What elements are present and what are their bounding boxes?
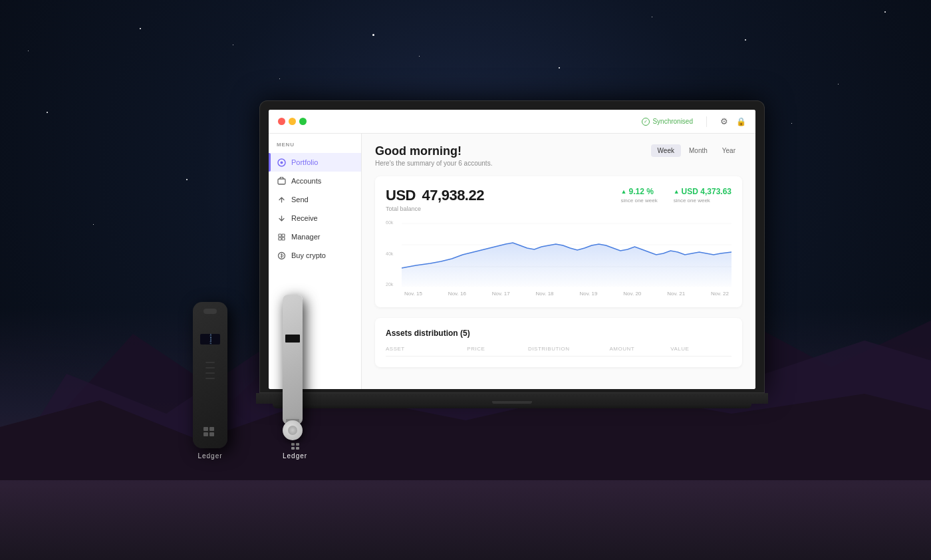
titlebar-right: ✓ Synchronised ⚙ 🔒 — [642, 116, 746, 127]
balance-value: 47,938.22 — [422, 187, 484, 204]
titlebar: ✓ Synchronised ⚙ 🔒 — [269, 110, 755, 134]
stat-percent-value: ▲ 9.12 % — [621, 187, 654, 196]
y-label-60k: 60k — [386, 220, 393, 225]
lock-icon[interactable]: 🔒 — [736, 117, 746, 126]
send-icon — [277, 195, 286, 204]
greeting-sub: Here's the summary of your 6 accounts. — [375, 160, 492, 167]
sidebar-item-portfolio[interactable]: Portfolio — [269, 153, 361, 172]
laptop-base — [256, 393, 768, 404]
traffic-light-yellow[interactable] — [289, 118, 296, 125]
stat-usd-value: ▲ USD 4,373.63 — [674, 187, 732, 196]
manager-label: Manager — [291, 233, 320, 241]
portfolio-label: Portfolio — [291, 158, 318, 166]
sidebar-item-accounts[interactable]: Accounts — [269, 172, 361, 190]
arrow-up-icon: ▲ — [621, 188, 627, 195]
receive-icon — [277, 213, 286, 223]
x-label-4: Nov. 19 — [579, 291, 597, 297]
svg-rect-9 — [282, 237, 285, 240]
col-value: Value — [670, 346, 732, 352]
device-nano-x-label: Ledger — [193, 452, 227, 460]
laptop-bottom — [273, 404, 751, 408]
receive-label: Receive — [291, 214, 318, 222]
col-asset: Asset — [386, 346, 467, 352]
settings-icon[interactable]: ⚙ — [720, 116, 728, 126]
menu-label: MENU — [269, 142, 361, 153]
svg-rect-7 — [282, 234, 285, 237]
y-axis-labels: 60k 40k 20k — [386, 220, 393, 287]
sidebar-item-manager[interactable]: Manager — [269, 227, 361, 246]
col-price: Price — [467, 346, 528, 352]
assets-title: Assets distribution (5) — [386, 329, 732, 338]
traffic-light-red[interactable] — [278, 118, 285, 125]
time-filter-year[interactable]: Year — [716, 144, 742, 157]
balance-stat-usd: ▲ USD 4,373.63 since one week — [674, 187, 732, 204]
x-label-0: Nov. 15 — [404, 291, 422, 297]
laptop: ✓ Synchronised ⚙ 🔒 — [259, 100, 765, 480]
x-label-3: Nov. 18 — [536, 291, 554, 297]
col-distribution: Distribution — [528, 346, 609, 352]
chart-card: USD 47,938.22 Total balance ▲ — [375, 176, 742, 307]
assets-table-header: Asset Price Distribution Amount Value — [386, 346, 732, 356]
y-label-40k: 40k — [386, 251, 393, 256]
main-content: Good morning! Here's the summary of your… — [362, 134, 755, 389]
svg-rect-8 — [279, 237, 281, 240]
traffic-lights — [278, 118, 307, 125]
send-label: Send — [291, 196, 309, 204]
manager-icon — [277, 232, 286, 241]
sync-status: ✓ Synchronised — [642, 118, 693, 126]
x-label-7: Nov. 22 — [711, 291, 729, 297]
device-nano-s: Ledger — [283, 295, 307, 460]
x-label-5: Nov. 20 — [623, 291, 641, 297]
time-filter-week[interactable]: Week — [651, 144, 681, 157]
sidebar-item-send[interactable]: Send — [269, 190, 361, 209]
accounts-label: Accounts — [291, 177, 321, 185]
buy-crypto-label: Buy crypto — [291, 251, 326, 259]
portfolio-icon — [277, 158, 286, 167]
stat-percent-label: since one week — [621, 198, 658, 204]
svg-rect-5 — [278, 179, 285, 184]
time-filter-month[interactable]: Month — [682, 144, 714, 157]
stat-usd-label: since one week — [674, 198, 710, 204]
sync-icon: ✓ — [642, 118, 650, 126]
buy-crypto-icon — [277, 251, 286, 260]
greeting-section: Good morning! Here's the summary of your… — [375, 144, 742, 167]
greeting-title: Good morning! — [375, 144, 492, 158]
svg-rect-6 — [279, 234, 281, 237]
accounts-icon — [277, 176, 286, 186]
chart-x-labels: Nov. 15 Nov. 16 Nov. 17 Nov. 18 Nov. 19 … — [386, 291, 732, 297]
chart-area: 60k 40k 20k — [386, 220, 732, 287]
laptop-group: Bitcoin — [166, 80, 765, 480]
device-nano-x: Bitcoin — [193, 302, 227, 460]
x-label-1: Nov. 16 — [448, 291, 466, 297]
app-body: MENU Portfolio — [269, 134, 755, 389]
y-label-20k: 20k — [386, 282, 393, 287]
x-label-2: Nov. 17 — [492, 291, 510, 297]
balance-stat-percent: ▲ 9.12 % since one week — [621, 187, 658, 204]
arrow-up-2-icon: ▲ — [674, 188, 680, 195]
svg-point-4 — [280, 161, 283, 164]
balance-label: Total balance — [386, 206, 605, 212]
sidebar-item-buy-crypto[interactable]: Buy crypto — [269, 246, 361, 265]
total-balance-section: USD 47,938.22 Total balance — [386, 187, 605, 212]
x-label-6: Nov. 21 — [667, 291, 685, 297]
screen-content: ✓ Synchronised ⚙ 🔒 — [269, 110, 755, 389]
sync-label: Synchronised — [652, 118, 693, 125]
sidebar-item-receive[interactable]: Receive — [269, 209, 361, 227]
col-amount: Amount — [609, 346, 670, 352]
balance-row: USD 47,938.22 Total balance ▲ — [386, 187, 732, 212]
device-nano-s-label: Ledger — [283, 452, 307, 460]
assets-section: Assets distribution (5) Asset Price Dist… — [375, 318, 742, 367]
time-filters: Week Month Year — [651, 144, 742, 157]
balance-amount: USD 47,938.22 — [386, 187, 605, 204]
traffic-light-green[interactable] — [299, 118, 307, 125]
